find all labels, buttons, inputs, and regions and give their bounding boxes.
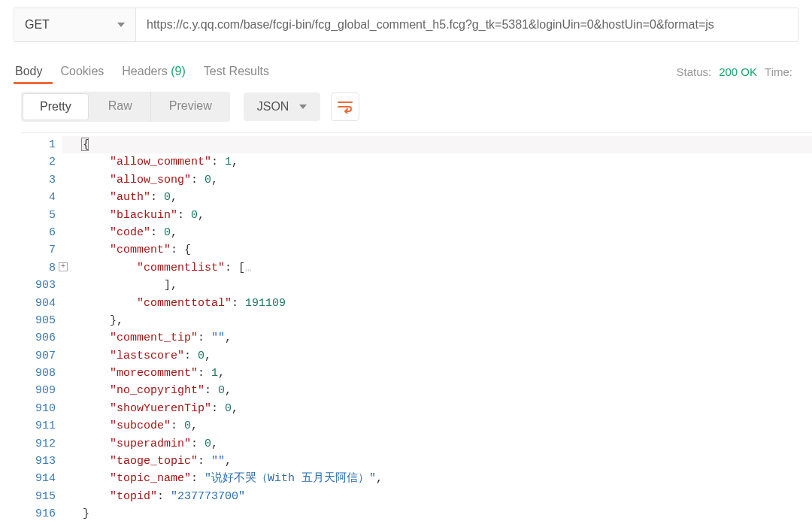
view-mode-row: Pretty Raw Preview JSON (0, 83, 812, 125)
format-select[interactable]: JSON (244, 92, 321, 121)
code-line: "allow_song": 0, (83, 171, 812, 189)
code-line: "allow_comment": 1, (83, 153, 812, 171)
code-line: "topic_name": "说好不哭（With 五月天阿信）", (83, 470, 812, 487)
tab-headers-label: Headers (122, 65, 167, 77)
line-number: 1 (21, 136, 56, 153)
wrap-lines-button[interactable] (331, 92, 359, 121)
tab-headers[interactable]: Headers (9) (122, 65, 186, 78)
line-number: 905 (21, 312, 56, 329)
code-line: "morecomment": 1, (83, 365, 812, 382)
line-number: 5 (21, 207, 56, 224)
line-number: 7 (21, 241, 56, 259)
tab-body[interactable]: Body (15, 65, 42, 78)
url-input[interactable]: https://c.y.qq.com/base/fcgi-bin/fcg_glo… (136, 8, 798, 41)
code-line: "subcode": 0, (83, 417, 812, 435)
response-tabs: Body Cookies Headers (9) Test Results St… (0, 60, 812, 83)
status-label: Status: (676, 65, 711, 78)
code-line: "comment_tip": "", (83, 329, 812, 347)
request-bar: GET https://c.y.qq.com/base/fcgi-bin/fcg… (14, 8, 798, 42)
line-number: 3 (21, 171, 56, 189)
line-number: 912 (21, 435, 56, 453)
url-text: https://c.y.qq.com/base/fcgi-bin/fcg_glo… (147, 18, 714, 32)
line-number: 908 (21, 365, 56, 382)
status-code: 200 OK (719, 65, 757, 78)
code-line: "commentlist": [… (83, 259, 812, 277)
chevron-down-icon (299, 104, 307, 109)
line-number: 906 (21, 329, 56, 347)
tab-headers-count: (9) (171, 65, 186, 77)
line-number: 914 (21, 470, 56, 487)
line-number: 4 (21, 189, 56, 206)
line-number: 913 (21, 453, 56, 470)
line-number: 915 (21, 488, 56, 505)
view-preview[interactable]: Preview (151, 92, 230, 122)
code-line: "blackuin": 0, (83, 207, 812, 224)
response-editor[interactable]: 12345678+9039049059069079089099109119129… (21, 132, 812, 523)
code-line: "code": 0, (83, 224, 812, 241)
view-mode-group: Pretty Raw Preview (21, 92, 230, 122)
code-line: "showYuerenTip": 0, (83, 400, 812, 417)
code-line: }, (83, 312, 812, 329)
line-number: 916 (21, 505, 56, 522)
view-pretty[interactable]: Pretty (23, 93, 89, 120)
line-gutter: 12345678+9039049059069079089099109119129… (21, 133, 62, 523)
code-line: "lastscore": 0, (83, 347, 812, 365)
line-number: 904 (21, 295, 56, 312)
code-line: ], (83, 277, 812, 294)
code-line: { (62, 136, 812, 153)
code-line: "comment": { (83, 241, 812, 259)
line-number: 910 (21, 400, 56, 417)
line-number: 907 (21, 347, 56, 365)
line-number: 911 (21, 417, 56, 435)
code-line: "commenttotal": 191109 (83, 295, 812, 312)
format-label: JSON (257, 100, 289, 114)
view-raw[interactable]: Raw (90, 92, 151, 122)
tab-test-results[interactable]: Test Results (204, 65, 269, 78)
code-line: "auth": 0, (83, 189, 812, 206)
fold-toggle-icon[interactable]: + (59, 262, 68, 271)
line-number: 8+ (21, 259, 56, 277)
line-number: 909 (21, 382, 56, 399)
code-line: "topid": "237773700" (83, 488, 812, 505)
code-area[interactable]: { "allow_comment": 1, "allow_song": 0, "… (62, 133, 812, 523)
line-number: 6 (21, 224, 56, 241)
chevron-down-icon (117, 23, 125, 27)
code-line: "superadmin": 0, (83, 435, 812, 453)
active-tab-underline (14, 82, 53, 84)
tab-cookies[interactable]: Cookies (60, 65, 104, 78)
wrap-icon (337, 100, 353, 114)
code-line: "no_copyright": 0, (83, 382, 812, 399)
time-label: Time: (765, 65, 792, 78)
line-number: 903 (21, 277, 56, 294)
http-method-label: GET (25, 18, 50, 32)
response-status: Status: 200 OK Time: (676, 65, 797, 78)
line-number: 2 (21, 153, 56, 171)
code-line: "taoge_topic": "", (83, 453, 812, 470)
http-method-select[interactable]: GET (14, 8, 136, 41)
code-line: } (83, 505, 812, 522)
